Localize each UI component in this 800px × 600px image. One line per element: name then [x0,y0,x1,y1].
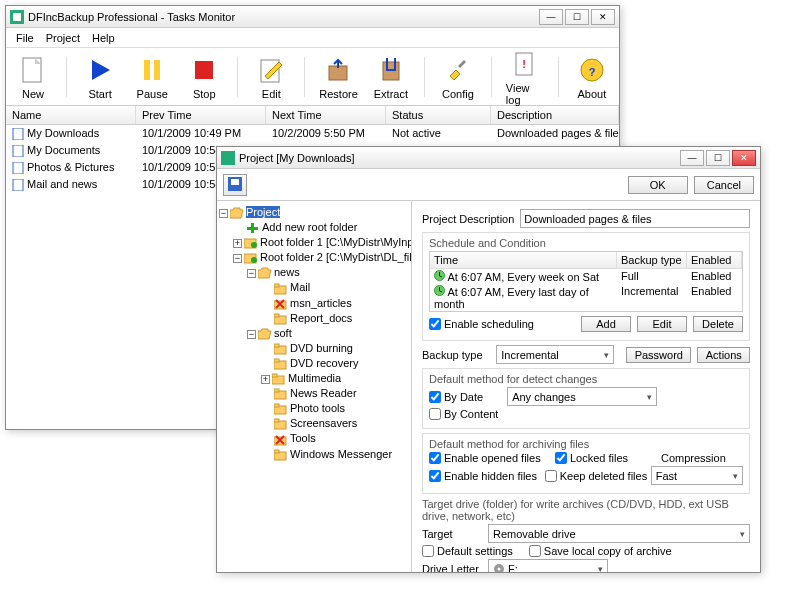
tree-item[interactable]: Report_docs [219,311,409,326]
dialog-titlebar[interactable]: Project [My Downloads] — ☐ ✕ [217,147,760,169]
tree-item[interactable]: Mail [219,280,409,295]
tree-item[interactable]: Photo tools [219,401,409,416]
col-name[interactable]: Name [6,106,136,124]
dialog-toolbar: OK Cancel [217,169,760,201]
expand-toggle[interactable]: + [233,239,242,248]
sched-col-time[interactable]: Time [430,252,617,268]
task-list-header: Name Prev Time Next Time Status Descript… [6,106,619,125]
actions-button[interactable]: Actions [697,347,750,363]
svg-rect-19 [221,151,235,165]
tree-item[interactable]: DVD recovery [219,356,409,371]
schedule-table: Time Backup type Enabled At 6:07 AM, Eve… [429,251,743,312]
dlg-close-button[interactable]: ✕ [732,150,756,166]
target-select[interactable]: Removable drive [488,524,750,543]
svg-marker-4 [92,60,110,80]
default-settings-checkbox[interactable]: Default settings [422,545,513,557]
expand-toggle[interactable]: + [261,375,270,384]
by-content-checkbox[interactable]: By Content [429,408,498,420]
enable-scheduling-checkbox[interactable]: Enable scheduling [429,318,534,330]
tree-item[interactable]: Screensavers [219,416,409,431]
expand-toggle[interactable]: − [247,330,256,339]
tree-item[interactable]: DVD burning [219,341,409,356]
ok-button[interactable]: OK [628,176,688,194]
cancel-button[interactable]: Cancel [694,176,754,194]
proj-desc-field[interactable] [520,209,750,228]
pause-button[interactable]: Pause [133,54,171,100]
new-button[interactable]: New [14,54,52,100]
save-icon-button[interactable] [223,174,247,196]
svg-rect-47 [274,450,279,453]
tree-item[interactable]: −Root folder 2 [C:\MyDistr\DL_files\] [219,250,409,265]
task-row[interactable]: My Downloads10/1/2009 10:49 PM10/2/2009 … [6,125,619,142]
expand-toggle[interactable]: − [219,209,228,218]
save-local-checkbox[interactable]: Save local copy of archive [529,545,672,557]
compression-label: Compression [661,452,726,464]
stop-button[interactable]: Stop [185,54,223,100]
tree-item[interactable]: +Root folder 1 [C:\MyDistr\MyInput\] [219,235,409,250]
by-date-checkbox[interactable]: By Date [429,391,483,403]
restore-button[interactable]: Restore [319,54,358,100]
viewlog-button[interactable]: !View log [506,48,544,106]
folder-tree[interactable]: −ProjectAdd new root folder+Root folder … [217,201,412,572]
expand-toggle[interactable]: − [247,269,256,278]
main-titlebar[interactable]: DFIncBackup Professional - Tasks Monitor… [6,6,619,28]
svg-rect-23 [247,227,258,230]
drive-letter-select[interactable]: F: [488,559,608,572]
tree-item[interactable]: −soft [219,326,409,341]
schedule-row[interactable]: At 6:07 AM, Every last day of monthIncre… [430,284,742,311]
svg-rect-16 [13,145,23,157]
menu-file[interactable]: File [10,30,40,46]
restore-icon [323,54,355,86]
tree-item[interactable]: Add new root folder [219,220,409,235]
tree-item[interactable]: Tools [219,431,409,446]
backup-type-select[interactable]: Incremental [496,345,613,364]
root-icon [244,252,258,264]
toolbar: NewStartPauseStopEditRestoreExtractConfi… [6,48,619,106]
dlg-maximize-button[interactable]: ☐ [706,150,730,166]
svg-rect-29 [274,284,279,287]
tree-item[interactable]: +Multimedia [219,371,409,386]
enable-opened-checkbox[interactable]: Enable opened files [429,452,549,464]
start-button[interactable]: Start [81,54,119,100]
maximize-button[interactable]: ☐ [565,9,589,25]
sched-col-enabled[interactable]: Enabled [687,252,742,268]
password-button[interactable]: Password [626,347,691,363]
extract-button[interactable]: Extract [372,54,410,100]
add-button[interactable]: Add [581,316,631,332]
delete-button[interactable]: Delete [693,316,743,332]
project-form: Project Description Schedule and Conditi… [412,201,760,572]
config-button[interactable]: Config [439,54,477,100]
svg-rect-21 [231,179,239,185]
close-button[interactable]: ✕ [591,9,615,25]
col-desc[interactable]: Description [491,106,619,124]
dlg-minimize-button[interactable]: — [680,150,704,166]
locked-checkbox[interactable]: Locked files [555,452,655,464]
any-changes-select[interactable]: Any changes [507,387,657,406]
schedule-row[interactable]: At 6:07 AM, Every week on SatFullEnabled [430,269,742,284]
tree-item[interactable]: News Reader [219,386,409,401]
compression-select[interactable]: Fast [651,466,743,485]
keep-deleted-checkbox[interactable]: Keep deleted files [545,470,645,482]
tree-item[interactable]: Windows Messenger [219,447,409,462]
tree-item[interactable]: −news [219,265,409,280]
folder-icon [274,418,288,430]
col-next[interactable]: Next Time [266,106,386,124]
start-icon [84,54,116,86]
project-dialog: Project [My Downloads] — ☐ ✕ OK Cancel −… [216,146,761,573]
col-status[interactable]: Status [386,106,491,124]
about-button[interactable]: ?About [573,54,611,100]
expand-toggle[interactable]: − [233,254,242,263]
enable-hidden-checkbox[interactable]: Enable hidden files [429,470,539,482]
minimize-button[interactable]: — [539,9,563,25]
tree-item[interactable]: msn_articles [219,296,409,311]
sched-col-type[interactable]: Backup type [617,252,687,268]
col-prev[interactable]: Prev Time [136,106,266,124]
edit-button[interactable]: Edit [252,54,290,100]
menu-project[interactable]: Project [40,30,86,46]
tree-item[interactable]: −Project [219,205,409,220]
folder-icon [274,358,288,370]
svg-rect-5 [144,60,150,80]
dialog-title: Project [My Downloads] [239,152,678,164]
edit-button[interactable]: Edit [637,316,687,332]
menu-help[interactable]: Help [86,30,121,46]
